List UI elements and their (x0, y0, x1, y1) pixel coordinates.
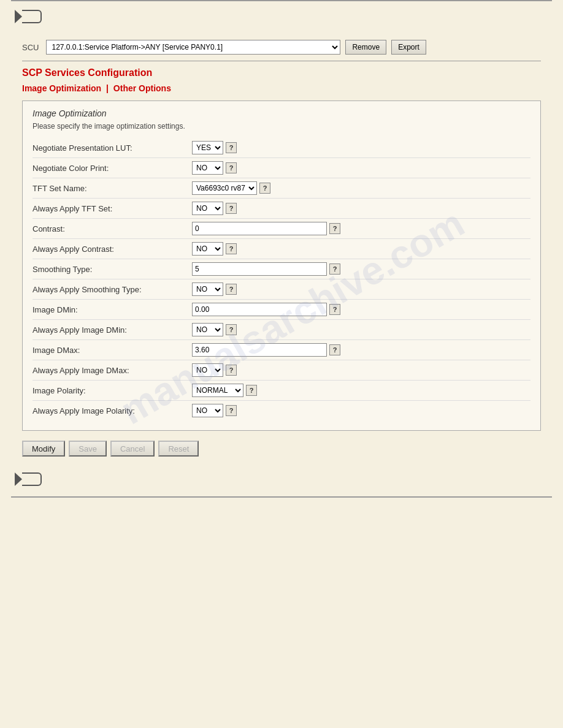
form-row: Always Apply Contrast:YESNO? (33, 238, 530, 259)
form-select[interactable]: YESNO (192, 363, 223, 377)
form-row: Always Apply Image DMin:YESNO? (33, 319, 530, 339)
form-row: Image DMin:? (33, 299, 530, 319)
form-row: Negotiate Color Print:YESNO? (33, 157, 530, 178)
form-row-label: Always Apply Smoothing Type: (33, 285, 192, 294)
top-arrow-icon (22, 10, 42, 23)
form-select[interactable]: YESNO (192, 404, 223, 417)
scu-label: SCU (22, 43, 39, 52)
form-row: Always Apply Image Polarity:YESNO? (33, 400, 530, 420)
help-button[interactable]: ? (226, 142, 237, 153)
form-row-label: Always Apply TFT Set: (33, 204, 192, 213)
help-button[interactable]: ? (226, 284, 237, 295)
modify-button[interactable]: Modify (22, 441, 65, 457)
form-control-area: YESNO? (192, 363, 237, 377)
form-row-label: Negotiate Presentation LUT: (33, 143, 192, 153)
form-input[interactable] (192, 303, 327, 316)
form-row-label: Image DMax: (33, 346, 192, 355)
help-button[interactable]: ? (226, 324, 237, 335)
form-row-label: Always Apply Contrast: (33, 245, 192, 254)
cancel-button[interactable]: Cancel (110, 441, 155, 457)
remove-button[interactable]: Remove (345, 40, 386, 55)
page-title: SCP Services Configuration (22, 67, 541, 78)
form-control-area: NORMALREVERSE? (192, 384, 257, 397)
save-button[interactable]: Save (69, 441, 107, 457)
form-select[interactable]: NORMALREVERSE (192, 384, 243, 397)
form-row-label: Always Apply Image DMin: (33, 325, 192, 335)
main-content: SCP Services Configuration Image Optimiz… (22, 67, 541, 457)
export-button[interactable]: Export (391, 40, 426, 55)
form-select[interactable]: Va6693c0 rv87 (192, 181, 257, 195)
help-button[interactable]: ? (226, 243, 237, 254)
help-button[interactable]: ? (226, 405, 237, 416)
section-nav-part1[interactable]: Image Optimization (22, 83, 101, 93)
form-row-label: Image Polarity: (33, 386, 192, 395)
image-optimization-box: Image Optimization Please specify the im… (22, 100, 541, 431)
top-border (11, 0, 552, 1)
form-row: Contrast:? (33, 218, 530, 238)
form-row-label: TFT Set Name: (33, 184, 192, 193)
form-select[interactable]: YESNO (192, 242, 223, 256)
form-control-area: YESNO? (192, 323, 237, 336)
form-control-area: YESNO? (192, 202, 237, 215)
scu-select[interactable]: 127.0.0.1:Service Platform->ANY [Service… (46, 40, 340, 55)
form-control-area: Va6693c0 rv87? (192, 181, 270, 195)
reset-button[interactable]: Reset (158, 441, 199, 457)
bottom-border (11, 496, 552, 498)
action-buttons: Modify Save Cancel Reset (22, 441, 541, 457)
form-row: Smoothing Type:? (33, 259, 530, 279)
form-row-label: Smoothing Type: (33, 265, 192, 274)
help-button[interactable]: ? (329, 304, 340, 315)
form-box-desc: Please specify the image optimization se… (33, 122, 530, 131)
form-control-area: YESNO? (192, 404, 237, 417)
form-row-label: Always Apply Image Polarity: (33, 406, 192, 415)
form-row-label: Negotiate Color Print: (33, 164, 192, 173)
form-select[interactable]: YESNO (192, 202, 223, 215)
form-row: Negotiate Presentation LUT:YESNO? (33, 138, 530, 157)
form-input[interactable] (192, 222, 327, 235)
form-select[interactable]: YESNO (192, 141, 223, 154)
form-select[interactable]: YESNO (192, 161, 223, 175)
help-button[interactable]: ? (329, 223, 340, 234)
form-row: Always Apply Smoothing Type:YESNO? (33, 279, 530, 299)
bottom-arrow-icon (22, 472, 42, 486)
section-nav-separator: | (106, 83, 109, 93)
form-input[interactable] (192, 343, 327, 357)
form-box-title: Image Optimization (33, 108, 530, 118)
help-button[interactable]: ? (226, 203, 237, 214)
form-input[interactable] (192, 262, 327, 276)
form-control-area: YESNO? (192, 282, 237, 296)
form-row: Always Apply TFT Set:YESNO? (33, 198, 530, 218)
form-row-label: Contrast: (33, 224, 192, 233)
section-nav-part2[interactable]: Other Options (113, 83, 171, 93)
form-row: Image Polarity:NORMALREVERSE? (33, 380, 530, 400)
help-button[interactable]: ? (226, 365, 237, 376)
form-rows-container: Negotiate Presentation LUT:YESNO?Negotia… (33, 138, 530, 420)
help-button[interactable]: ? (329, 264, 340, 275)
divider (22, 61, 541, 61)
form-control-area: YESNO? (192, 141, 237, 154)
scu-bar: SCU 127.0.0.1:Service Platform->ANY [Ser… (22, 40, 541, 55)
help-button[interactable]: ? (246, 385, 257, 396)
form-control-area: ? (192, 222, 340, 235)
form-row-label: Always Apply Image DMax: (33, 366, 192, 375)
help-button[interactable]: ? (329, 344, 340, 355)
help-button[interactable]: ? (259, 183, 270, 194)
section-nav: Image Optimization | Other Options (22, 83, 541, 93)
help-button[interactable]: ? (226, 162, 237, 173)
form-select[interactable]: YESNO (192, 282, 223, 296)
form-control-area: YESNO? (192, 161, 237, 175)
form-select[interactable]: YESNO (192, 323, 223, 336)
form-control-area: ? (192, 303, 340, 316)
form-row: Always Apply Image DMax:YESNO? (33, 360, 530, 380)
form-row: TFT Set Name:Va6693c0 rv87? (33, 178, 530, 198)
form-row-label: Image DMin: (33, 305, 192, 314)
form-row: Image DMax:? (33, 339, 530, 360)
form-control-area: ? (192, 262, 340, 276)
form-control-area: YESNO? (192, 242, 237, 256)
form-control-area: ? (192, 343, 340, 357)
